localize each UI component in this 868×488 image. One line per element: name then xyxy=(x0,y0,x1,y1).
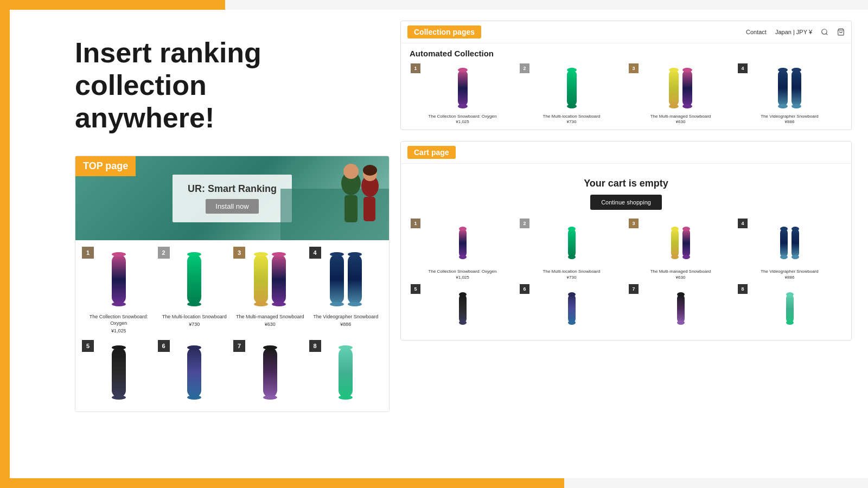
svg-point-62 xyxy=(568,227,576,231)
banner-title: UR: Smart Ranking xyxy=(188,183,277,195)
board-image: 3 xyxy=(628,63,733,112)
board-image: 4 xyxy=(737,63,843,112)
svg-point-81 xyxy=(568,320,576,325)
accent-bar-top xyxy=(0,0,225,10)
main-content: Insert ranking collection anywhere! TOP … xyxy=(10,10,868,478)
svg-rect-40 xyxy=(458,70,468,106)
product-price: ¥1,025 xyxy=(410,275,515,280)
product-price: ¥886 xyxy=(309,322,383,327)
svg-point-75 xyxy=(792,255,799,259)
rank-badge: 3 xyxy=(629,219,639,228)
list-item: 8 xyxy=(737,284,843,335)
install-button[interactable]: Install now xyxy=(206,199,258,214)
product-price: ¥630 xyxy=(233,322,307,327)
continue-shopping-button[interactable]: Continue shopping xyxy=(590,195,662,210)
product-name: The Collection Snowboard: Oxygen xyxy=(82,314,156,326)
svg-point-59 xyxy=(459,227,467,231)
svg-rect-49 xyxy=(682,70,692,106)
cart-empty-section: Your cart is empty Continue shopping xyxy=(410,169,843,219)
board-image: 1 xyxy=(82,247,156,312)
rank-badge: 4 xyxy=(309,247,321,259)
svg-rect-20 xyxy=(330,254,344,304)
product-price: ¥886 xyxy=(737,275,843,280)
board-image: 8 xyxy=(737,284,843,333)
svg-point-69 xyxy=(682,255,690,259)
svg-point-45 xyxy=(567,104,577,108)
collection-title: Automated Collection xyxy=(410,49,843,58)
product-price: ¥730 xyxy=(519,275,624,280)
cart-panel: Cart page Your cart is empty Continue sh… xyxy=(400,141,852,340)
list-item: 7 xyxy=(233,340,307,405)
svg-point-54 xyxy=(778,104,788,108)
headline: Insert ranking collection anywhere! xyxy=(75,37,362,134)
list-item: 2 The Multi-location Snowboard¥730 xyxy=(519,219,624,279)
list-item: 4 The Videographer Snowboard¥886 xyxy=(737,219,843,279)
product-name: The Multi-managed Snowboard xyxy=(628,114,733,119)
svg-point-60 xyxy=(459,255,467,259)
board-image: 2 xyxy=(519,63,624,112)
rank-badge: 4 xyxy=(738,63,748,73)
product-name: The Collection Snowboard: Oxygen xyxy=(410,269,515,274)
svg-point-86 xyxy=(786,292,794,297)
search-icon[interactable] xyxy=(821,28,828,36)
svg-point-31 xyxy=(187,395,201,400)
rank-badge: 2 xyxy=(520,219,529,228)
right-section: Collection pages Contact Japan | JPY ¥ A… xyxy=(384,10,868,478)
svg-rect-82 xyxy=(677,294,685,323)
svg-point-47 xyxy=(669,68,679,72)
left-product-grid-row2: 5 6 7 xyxy=(75,340,389,412)
svg-rect-79 xyxy=(568,294,576,323)
svg-point-66 xyxy=(671,255,679,259)
svg-point-42 xyxy=(458,104,468,108)
svg-point-50 xyxy=(682,68,692,72)
svg-point-71 xyxy=(780,227,788,231)
svg-point-21 xyxy=(330,252,344,256)
product-name: The Multi-managed Snowboard xyxy=(628,269,733,274)
rank-badge: 7 xyxy=(233,340,245,352)
svg-rect-67 xyxy=(682,229,690,257)
svg-rect-55 xyxy=(792,70,801,106)
svg-point-77 xyxy=(459,292,467,297)
left-product-grid-row1: 1 The Collection Snowboard: Oxygen¥1,025… xyxy=(75,240,389,339)
board-image: 2 xyxy=(519,219,624,267)
svg-point-84 xyxy=(677,320,685,325)
board-image: 6 xyxy=(158,340,232,405)
svg-rect-26 xyxy=(112,348,126,397)
svg-point-38 xyxy=(822,29,827,34)
collection-nav: Contact Japan | JPY ¥ xyxy=(746,28,845,36)
svg-point-72 xyxy=(780,255,788,259)
banner-area: TOP page xyxy=(75,156,389,240)
list-item: 4 The Videographer Snowboard¥886 xyxy=(309,247,383,333)
list-item: 8 xyxy=(309,340,383,405)
list-item: 6 xyxy=(158,340,232,405)
board-image: 3 xyxy=(233,247,307,312)
left-section: Insert ranking collection anywhere! TOP … xyxy=(10,10,384,478)
svg-point-63 xyxy=(568,255,576,259)
cart-panel-body: Your cart is empty Continue shopping 1 T… xyxy=(401,164,851,339)
board-image: 4 xyxy=(309,247,383,312)
cart-icon[interactable] xyxy=(837,28,845,36)
list-item: 7 xyxy=(628,284,733,335)
list-item: 1 The Collection Snowboard: Oxygen¥1,025 xyxy=(82,247,156,333)
rank-badge: 4 xyxy=(738,219,748,228)
rank-badge: 8 xyxy=(309,340,321,352)
list-item: 5 xyxy=(82,340,156,405)
list-item: 4 The Videographer Snowboard¥886 xyxy=(737,63,843,124)
product-name: The Collection Snowboard: Oxygen xyxy=(410,114,515,119)
board-image: 3 xyxy=(628,219,733,267)
board-image: 7 xyxy=(628,284,733,333)
list-item: 6 xyxy=(519,284,624,335)
svg-point-56 xyxy=(792,68,801,72)
product-price: ¥886 xyxy=(737,119,843,124)
board-image: 1 xyxy=(410,63,515,112)
svg-point-83 xyxy=(677,292,685,297)
rank-badge: 3 xyxy=(233,247,245,259)
svg-rect-7 xyxy=(363,197,375,221)
svg-point-87 xyxy=(786,320,794,325)
rank-badge: 1 xyxy=(411,63,420,73)
svg-rect-73 xyxy=(792,229,799,257)
nav-contact[interactable]: Contact xyxy=(746,29,767,35)
svg-rect-70 xyxy=(780,229,788,257)
product-price: ¥630 xyxy=(628,275,733,280)
collection-tag: Collection pages xyxy=(407,25,481,38)
